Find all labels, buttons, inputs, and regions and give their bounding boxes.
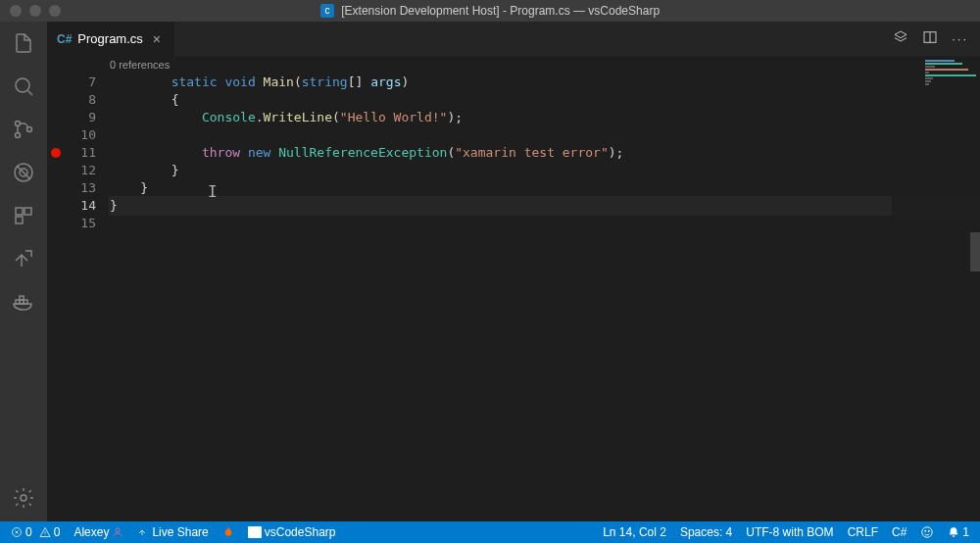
svg-rect-11 [20, 296, 24, 300]
svg-point-17 [925, 530, 926, 531]
line-number: 10 [65, 126, 96, 144]
titlebar: c [Extension Development Host] - Program… [0, 0, 980, 22]
minimap[interactable] [892, 56, 980, 521]
svg-rect-5 [16, 208, 23, 215]
status-encoding[interactable]: UTF-8 with BOM [743, 525, 836, 539]
line-number: 11 [65, 144, 96, 162]
line-numbers: 7 8 9 10 11 12 13 14 15 [65, 56, 110, 521]
code-line[interactable]: } [110, 179, 980, 197]
main-area: C# Program.cs × ··· [0, 22, 980, 521]
status-errors[interactable]: 0 0 [8, 525, 63, 539]
codelens-spacer [65, 56, 96, 74]
close-window-icon[interactable] [10, 5, 22, 17]
line-number: 13 [65, 179, 96, 197]
editor-actions: ··· [893, 22, 980, 56]
svg-point-2 [16, 133, 21, 138]
preview-icon[interactable] [893, 29, 908, 48]
svg-rect-7 [16, 217, 23, 223]
activity-bar [0, 22, 47, 521]
code-line[interactable]: throw new NullReferenceException("xamari… [110, 144, 980, 162]
csharp-file-icon: C# [57, 32, 72, 46]
code-line[interactable] [110, 126, 980, 144]
scrollbar-thumb[interactable] [970, 232, 980, 272]
search-icon[interactable] [10, 73, 37, 100]
docker-icon[interactable] [10, 288, 37, 316]
status-notifications[interactable]: 1 [945, 525, 972, 539]
breakpoint-icon[interactable] [51, 148, 61, 158]
window-controls [0, 5, 61, 17]
code-line[interactable]: } [110, 197, 980, 215]
code-line[interactable]: static void Main(string[] args) [110, 74, 980, 91]
status-live-share[interactable]: Live Share [134, 525, 211, 539]
window-title-text: [Extension Development Host] - Program.c… [341, 4, 660, 18]
window-title: c [Extension Development Host] - Program… [0, 4, 980, 19]
error-count: 0 [25, 525, 32, 539]
line-number: 14 [65, 197, 96, 215]
minimap-content [925, 60, 976, 86]
svg-point-16 [922, 527, 933, 538]
line-number: 9 [65, 109, 96, 126]
editor-group: C# Program.cs × ··· [47, 22, 980, 521]
code-content[interactable]: 0 references static void Main(string[] a… [110, 56, 980, 521]
line-number: 12 [65, 162, 96, 179]
status-lncol[interactable]: Ln 14, Col 2 [600, 525, 669, 539]
code-line[interactable] [110, 215, 980, 232]
split-editor-icon[interactable] [922, 29, 938, 48]
tab-label: Program.cs [77, 31, 142, 46]
minimize-window-icon[interactable] [29, 5, 41, 17]
status-language[interactable]: C# [889, 525, 909, 539]
explorer-icon[interactable] [10, 29, 37, 57]
folder-icon [248, 526, 262, 538]
warning-count: 0 [54, 525, 61, 539]
line-number: 7 [65, 74, 96, 91]
status-folder[interactable]: vsCodeSharp [245, 525, 339, 539]
code-editor[interactable]: 7 8 9 10 11 12 13 14 15 0 references sta… [47, 56, 980, 521]
source-control-icon[interactable] [10, 116, 37, 143]
line-number: 8 [65, 91, 96, 109]
line-number: 15 [65, 215, 96, 232]
tab-bar: C# Program.cs × ··· [47, 22, 980, 56]
app-icon: c [320, 4, 334, 18]
svg-point-18 [928, 530, 929, 531]
svg-rect-6 [24, 208, 31, 215]
debug-icon[interactable] [10, 159, 37, 186]
code-line[interactable]: } [110, 162, 980, 179]
status-feedback-icon[interactable] [917, 525, 937, 539]
close-tab-icon[interactable]: × [149, 31, 165, 47]
code-line[interactable]: { [110, 91, 980, 109]
codelens-references[interactable]: 0 references [110, 56, 980, 74]
maximize-window-icon[interactable] [49, 5, 61, 17]
live-share-activity-icon[interactable] [10, 245, 37, 272]
extensions-icon[interactable] [10, 202, 37, 229]
text-cursor-icon: I [208, 183, 210, 199]
status-user[interactable]: Alexey [71, 525, 126, 539]
svg-point-0 [16, 78, 29, 92]
status-bar: 0 0 Alexey Live Share vsCodeSharp Ln 14,… [0, 521, 980, 543]
status-eol[interactable]: CRLF [845, 525, 881, 539]
svg-point-12 [21, 495, 26, 501]
svg-point-1 [16, 122, 21, 126]
more-actions-icon[interactable]: ··· [952, 31, 968, 46]
status-flame-icon[interactable] [220, 526, 237, 538]
glyph-margin[interactable] [47, 56, 65, 521]
tab-program-cs[interactable]: C# Program.cs × [47, 22, 175, 56]
status-spaces[interactable]: Spaces: 4 [677, 525, 735, 539]
settings-gear-icon[interactable] [10, 484, 37, 512]
svg-point-15 [116, 528, 120, 532]
svg-point-3 [27, 127, 32, 132]
code-line[interactable]: Console.WriteLine("Hello World!"); [110, 109, 980, 126]
